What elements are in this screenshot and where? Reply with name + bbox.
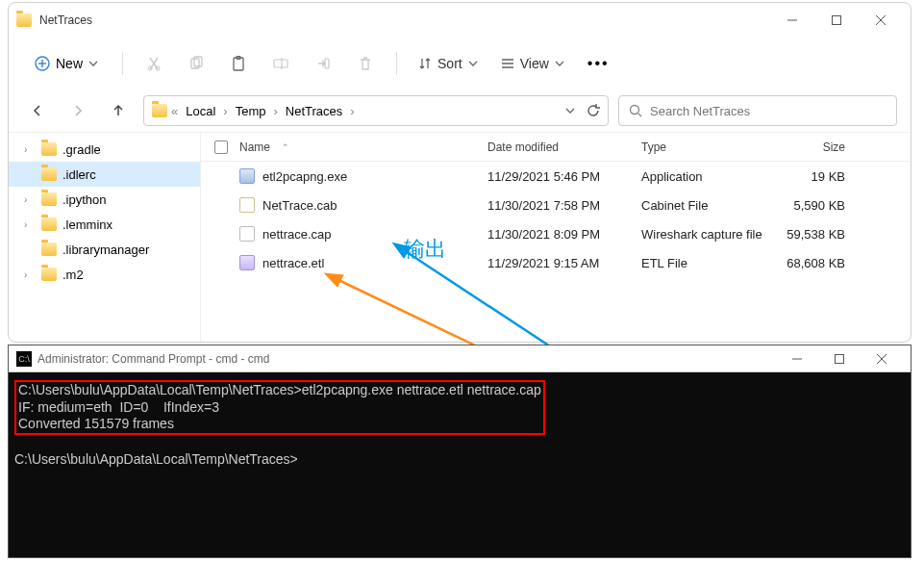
terminal-titlebar: C:\ Administrator: Command Prompt - cmd … bbox=[9, 345, 911, 372]
folder-icon bbox=[41, 268, 57, 281]
column-size[interactable]: Size bbox=[772, 140, 868, 154]
share-button[interactable] bbox=[306, 46, 340, 81]
minimize-button[interactable] bbox=[770, 6, 814, 35]
chevron-down-icon bbox=[555, 61, 564, 66]
search-input[interactable]: Search NetTraces bbox=[618, 95, 897, 126]
file-icon bbox=[239, 197, 255, 213]
file-row[interactable]: NetTrace.cab11/30/2021 7:58 PMCabinet Fi… bbox=[201, 191, 911, 219]
more-button[interactable]: ••• bbox=[580, 55, 617, 72]
file-date: 11/29/2021 9:15 AM bbox=[487, 256, 641, 270]
rename-button[interactable] bbox=[263, 46, 298, 81]
column-type[interactable]: Type bbox=[641, 140, 772, 154]
tree-item-label: .gradle bbox=[62, 142, 101, 157]
svg-rect-13 bbox=[274, 60, 287, 67]
minimize-button[interactable] bbox=[776, 346, 818, 371]
column-headers: Name⌃ Date modified Type Size bbox=[201, 133, 911, 162]
svg-line-20 bbox=[638, 114, 641, 116]
delete-button[interactable] bbox=[348, 46, 383, 81]
svg-point-19 bbox=[631, 106, 639, 115]
file-type: ETL File bbox=[641, 256, 772, 270]
file-date: 11/29/2021 5:46 PM bbox=[487, 169, 641, 184]
breadcrumb-prefix: « bbox=[171, 104, 178, 118]
plus-circle-icon bbox=[35, 56, 50, 71]
dropdown-button[interactable] bbox=[565, 95, 575, 126]
terminal-prompt: C:\Users\bulu\AppData\Local\Temp\NetTrac… bbox=[14, 451, 298, 467]
tree-item-label: .m2 bbox=[62, 268, 84, 282]
highlighted-command: C:\Users\bulu\AppData\Local\Temp\NetTrac… bbox=[14, 380, 545, 435]
forward-button[interactable] bbox=[62, 95, 93, 126]
file-type: Wireshark capture file bbox=[641, 227, 772, 242]
tree-item-label: .lemminx bbox=[62, 217, 112, 232]
search-placeholder: Search NetTraces bbox=[650, 104, 750, 118]
folder-icon bbox=[41, 243, 57, 256]
folder-icon bbox=[41, 167, 57, 181]
tree-item-label: .ipython bbox=[62, 192, 107, 207]
copy-button[interactable] bbox=[179, 46, 213, 81]
file-name: nettrace.etl bbox=[262, 256, 324, 270]
file-name: NetTrace.cab bbox=[262, 198, 337, 213]
chevron-right-icon: › bbox=[350, 104, 354, 118]
paste-button[interactable] bbox=[221, 46, 256, 81]
file-row[interactable]: nettrace.etl11/29/2021 9:15 AMETL File68… bbox=[201, 248, 911, 277]
chevron-down-icon bbox=[88, 61, 98, 66]
close-button[interactable] bbox=[861, 346, 903, 371]
command-prompt-window: C:\ Administrator: Command Prompt - cmd … bbox=[8, 345, 912, 558]
back-button[interactable] bbox=[22, 95, 53, 126]
view-icon bbox=[501, 57, 514, 70]
breadcrumb-item[interactable]: NetTraces bbox=[282, 102, 346, 120]
up-button[interactable] bbox=[103, 95, 134, 126]
breadcrumb-item[interactable]: Temp bbox=[232, 102, 270, 120]
maximize-button[interactable] bbox=[818, 346, 861, 371]
view-button[interactable]: View bbox=[493, 50, 572, 77]
address-bar[interactable]: « Local › Temp › NetTraces › bbox=[143, 95, 609, 126]
file-size: 68,608 KB bbox=[772, 256, 868, 270]
tree-item-label: .librarymanager bbox=[62, 243, 149, 257]
file-type: Cabinet File bbox=[641, 198, 772, 213]
file-date: 11/30/2021 8:09 PM bbox=[487, 227, 641, 242]
file-size: 5,590 KB bbox=[772, 198, 868, 213]
tree-item[interactable]: .idlerc bbox=[9, 162, 200, 187]
tree-item[interactable]: ›.ipython bbox=[9, 187, 200, 212]
sort-button[interactable]: Sort bbox=[411, 50, 486, 77]
tree-item[interactable]: ›.gradle bbox=[9, 137, 200, 162]
search-icon bbox=[629, 104, 642, 117]
file-date: 11/30/2021 7:58 PM bbox=[487, 198, 641, 213]
chevron-down-icon bbox=[468, 61, 478, 66]
window-title: NetTraces bbox=[39, 13, 770, 27]
new-button[interactable]: New bbox=[24, 49, 109, 78]
annotation-label: 输出 bbox=[404, 235, 446, 264]
tree-item-label: .idlerc bbox=[62, 167, 96, 182]
file-row[interactable]: nettrace.cap11/30/2021 8:09 PMWireshark … bbox=[201, 219, 911, 248]
tree-item[interactable]: .librarymanager bbox=[9, 237, 200, 262]
chevron-right-icon: › bbox=[223, 104, 227, 118]
file-size: 19 KB bbox=[772, 169, 868, 184]
toolbar: New Sort View ••• bbox=[9, 38, 911, 89]
sort-icon bbox=[418, 57, 432, 70]
file-icon bbox=[239, 226, 255, 242]
terminal-output[interactable]: C:\Users\bulu\AppData\Local\Temp\NetTrac… bbox=[9, 372, 911, 477]
chevron-right-icon: › bbox=[24, 144, 27, 155]
file-name: etl2pcapng.exe bbox=[262, 169, 347, 184]
close-button[interactable] bbox=[859, 6, 903, 35]
chevron-right-icon: › bbox=[24, 194, 27, 205]
file-list: Name⌃ Date modified Type Size etl2pcapng… bbox=[201, 133, 911, 342]
file-icon bbox=[239, 168, 255, 184]
column-name[interactable]: Name⌃ bbox=[239, 140, 487, 154]
cut-button[interactable] bbox=[137, 46, 171, 81]
svg-rect-22 bbox=[836, 354, 844, 363]
select-all-checkbox[interactable] bbox=[214, 140, 228, 154]
refresh-button[interactable] bbox=[587, 95, 600, 126]
folder-icon bbox=[16, 13, 32, 28]
cmd-icon: C:\ bbox=[16, 351, 32, 367]
breadcrumb-item[interactable]: Local bbox=[182, 102, 219, 120]
folder-icon bbox=[41, 192, 57, 206]
file-type: Application bbox=[641, 169, 772, 184]
file-row[interactable]: etl2pcapng.exe11/29/2021 5:46 PMApplicat… bbox=[201, 162, 911, 191]
tree-item[interactable]: ›.lemminx bbox=[9, 212, 200, 237]
maximize-button[interactable] bbox=[814, 6, 859, 35]
chevron-right-icon: › bbox=[24, 269, 27, 280]
file-name: nettrace.cap bbox=[262, 227, 332, 242]
sort-label: Sort bbox=[437, 56, 462, 71]
column-date[interactable]: Date modified bbox=[487, 140, 641, 154]
tree-item[interactable]: ›.m2 bbox=[9, 262, 200, 287]
